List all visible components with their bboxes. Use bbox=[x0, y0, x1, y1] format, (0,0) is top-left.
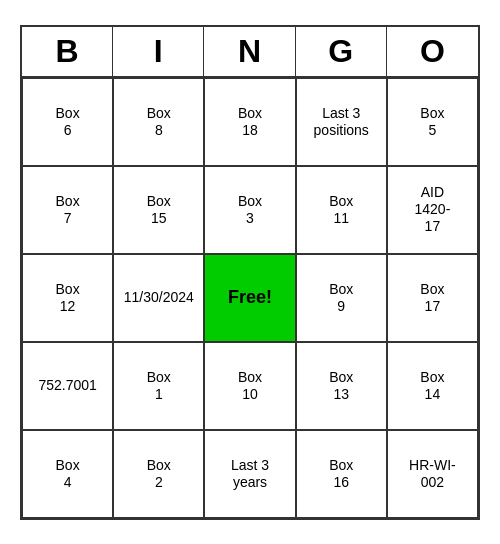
bingo-cell: Box 10 bbox=[204, 342, 295, 430]
bingo-cell: AID 1420- 17 bbox=[387, 166, 478, 254]
cell-label: Box 6 bbox=[56, 105, 80, 139]
cell-label: Box 14 bbox=[420, 369, 444, 403]
cell-label: Box 13 bbox=[329, 369, 353, 403]
bingo-cell: Box 12 bbox=[22, 254, 113, 342]
bingo-cell: Box 2 bbox=[113, 430, 204, 518]
free-space: Free! bbox=[204, 254, 295, 342]
cell-label: Last 3 positions bbox=[314, 105, 369, 139]
cell-label: Box 15 bbox=[147, 193, 171, 227]
bingo-cell: Last 3 years bbox=[204, 430, 295, 518]
bingo-grid: Box 6Box 8Box 18Last 3 positionsBox 5Box… bbox=[22, 78, 478, 518]
bingo-cell: Box 16 bbox=[296, 430, 387, 518]
cell-label: Box 8 bbox=[147, 105, 171, 139]
header-letter: B bbox=[22, 27, 113, 76]
bingo-cell: Last 3 positions bbox=[296, 78, 387, 166]
cell-label: Box 18 bbox=[238, 105, 262, 139]
header-letter: N bbox=[204, 27, 295, 76]
cell-label: Last 3 years bbox=[231, 457, 269, 491]
header-letter: G bbox=[296, 27, 387, 76]
cell-label: Box 9 bbox=[329, 281, 353, 315]
bingo-cell: Box 13 bbox=[296, 342, 387, 430]
cell-label: Box 11 bbox=[329, 193, 353, 227]
cell-label: Box 1 bbox=[147, 369, 171, 403]
cell-label: 11/30/2024 bbox=[124, 289, 194, 306]
bingo-cell: 11/30/2024 bbox=[113, 254, 204, 342]
cell-label: Free! bbox=[228, 287, 272, 309]
bingo-cell: HR-WI- 002 bbox=[387, 430, 478, 518]
bingo-cell: Box 1 bbox=[113, 342, 204, 430]
bingo-header: BINGO bbox=[22, 27, 478, 78]
bingo-cell: Box 11 bbox=[296, 166, 387, 254]
cell-label: 752.7001 bbox=[38, 377, 96, 394]
cell-label: Box 12 bbox=[56, 281, 80, 315]
cell-label: Box 2 bbox=[147, 457, 171, 491]
bingo-cell: Box 8 bbox=[113, 78, 204, 166]
bingo-cell: Box 3 bbox=[204, 166, 295, 254]
bingo-cell: Box 17 bbox=[387, 254, 478, 342]
bingo-cell: Box 7 bbox=[22, 166, 113, 254]
cell-label: Box 10 bbox=[238, 369, 262, 403]
header-letter: I bbox=[113, 27, 204, 76]
cell-label: Box 5 bbox=[420, 105, 444, 139]
bingo-cell: Box 6 bbox=[22, 78, 113, 166]
cell-label: AID 1420- 17 bbox=[414, 184, 450, 234]
bingo-cell: Box 4 bbox=[22, 430, 113, 518]
bingo-cell: Box 5 bbox=[387, 78, 478, 166]
bingo-cell: 752.7001 bbox=[22, 342, 113, 430]
bingo-cell: Box 9 bbox=[296, 254, 387, 342]
cell-label: Box 17 bbox=[420, 281, 444, 315]
cell-label: Box 7 bbox=[56, 193, 80, 227]
cell-label: Box 4 bbox=[56, 457, 80, 491]
header-letter: O bbox=[387, 27, 478, 76]
bingo-cell: Box 14 bbox=[387, 342, 478, 430]
bingo-cell: Box 18 bbox=[204, 78, 295, 166]
bingo-card: BINGO Box 6Box 8Box 18Last 3 positionsBo… bbox=[20, 25, 480, 520]
bingo-cell: Box 15 bbox=[113, 166, 204, 254]
cell-label: Box 3 bbox=[238, 193, 262, 227]
cell-label: Box 16 bbox=[329, 457, 353, 491]
cell-label: HR-WI- 002 bbox=[409, 457, 456, 491]
